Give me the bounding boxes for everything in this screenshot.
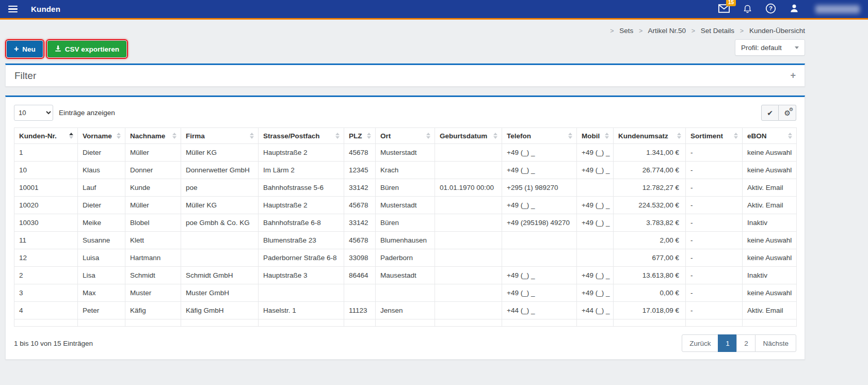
- table-row: 4PeterKäfigKäfig GmbHHaselstr. 111123Jen…: [14, 302, 797, 319]
- cell: Bahnhofstraße 6-8: [259, 214, 344, 232]
- column-header-ort[interactable]: Ort: [376, 128, 435, 144]
- table-row: 3MaxMusterMuster GmbH+49 (_) _+49 (_) _0…: [14, 284, 797, 302]
- cell: Jensen: [376, 302, 435, 319]
- column-header-nachname[interactable]: Nachname: [125, 128, 181, 144]
- cell: +49 (_) _: [502, 197, 577, 214]
- help-button[interactable]: ?: [765, 3, 776, 15]
- column-header-geburtsdatum[interactable]: Geburtsdatum: [435, 128, 502, 144]
- pagination-next-button[interactable]: Nächste: [755, 334, 796, 352]
- column-header-vorname[interactable]: Vorname: [78, 128, 125, 144]
- notifications-button[interactable]: [743, 3, 752, 15]
- cell: +49 (_) _: [502, 162, 577, 179]
- cell: Musterstadt: [376, 197, 435, 214]
- column-header-plz[interactable]: PLZ: [344, 128, 376, 144]
- pagination-page-2[interactable]: 2: [736, 334, 756, 352]
- column-header-telefon[interactable]: Telefon: [502, 128, 577, 144]
- cell: [435, 284, 502, 302]
- cell: Lauf: [78, 179, 125, 197]
- column-label: Vorname: [83, 132, 112, 140]
- breadcrumb-separator: >: [639, 27, 642, 35]
- cell: -: [686, 179, 743, 197]
- question-circle-icon: ?: [765, 3, 776, 15]
- cell: -: [686, 162, 743, 179]
- apply-selection-button[interactable]: ✔: [761, 105, 779, 121]
- menu-icon[interactable]: [8, 6, 18, 13]
- column-header-kunden-nr-[interactable]: Kunden-Nr.: [14, 128, 78, 144]
- svg-text:?: ?: [769, 5, 773, 11]
- sort-arrows-icon: [117, 133, 121, 139]
- messages-button[interactable]: 15: [718, 4, 730, 14]
- filter-expand-icon[interactable]: +: [790, 70, 796, 81]
- highlight-ring-neu: + Neu: [5, 39, 44, 59]
- cell: [435, 267, 502, 284]
- cell: 1: [14, 144, 78, 162]
- column-header-mobil[interactable]: Mobil: [577, 128, 614, 144]
- chevron-down-icon: [795, 46, 799, 49]
- cell: Hartmann: [125, 249, 181, 267]
- cell: +49 (_) _: [577, 214, 614, 232]
- cell: Käfig: [125, 302, 181, 319]
- cell: +49 (_) _: [502, 267, 577, 284]
- new-customer-button[interactable]: + Neu: [7, 41, 43, 57]
- cell: [435, 197, 502, 214]
- column-header-kundenumsatz[interactable]: Kundenumsatz: [614, 128, 686, 144]
- sort-arrows-icon: [677, 133, 681, 139]
- column-header-firma[interactable]: Firma: [181, 128, 259, 144]
- table-row: 10KlausDonnerDonnerwetter GmbHIm Lärm 21…: [14, 162, 797, 179]
- filter-panel: Filter +: [5, 63, 805, 87]
- page-size-select[interactable]: 10: [14, 105, 53, 121]
- column-label: Firma: [186, 132, 205, 140]
- cell: Inaktiv: [743, 267, 797, 284]
- cell: 10020: [14, 197, 78, 214]
- breadcrumb-item-artikel[interactable]: Artikel Nr.50: [648, 27, 686, 35]
- entries-label: Einträge anzeigen: [59, 109, 115, 117]
- cell: 2: [14, 267, 78, 284]
- column-header-ebon[interactable]: eBON: [743, 128, 797, 144]
- user-name-redacted[interactable]: [815, 5, 860, 13]
- mail-count-badge: 15: [726, 0, 736, 6]
- sort-arrows-icon: [605, 133, 609, 139]
- cell: 45678: [344, 197, 376, 214]
- column-label: Ort: [380, 132, 391, 140]
- breadcrumb-item-set-details[interactable]: Set Details: [701, 27, 734, 35]
- column-label: Mobil: [582, 132, 600, 140]
- cell: Im Lärm 2: [259, 162, 344, 179]
- column-header-strasse-postfach[interactable]: Strasse/Postfach: [259, 128, 344, 144]
- navbar-actions: 15 ?: [718, 3, 860, 15]
- cell: keine Auswahl: [743, 284, 797, 302]
- table-tools: ✔ ⚙ ⚙: [761, 105, 796, 121]
- cell: Krach: [376, 162, 435, 179]
- cell: Müller: [125, 144, 181, 162]
- cell: [181, 232, 259, 249]
- column-label: Geburtsdatum: [440, 132, 487, 140]
- cell: Max: [78, 284, 125, 302]
- cell: Klett: [125, 232, 181, 249]
- cell: [502, 249, 577, 267]
- pagination-page-1[interactable]: 1: [718, 334, 737, 352]
- cell: Paderborn: [376, 249, 435, 267]
- column-header-sortiment[interactable]: Sortiment: [686, 128, 743, 144]
- column-settings-button[interactable]: ⚙ ⚙: [779, 105, 796, 121]
- cell: 86464: [344, 267, 376, 284]
- cell: 3: [14, 284, 78, 302]
- cell: keine Auswahl: [743, 249, 797, 267]
- cell: 17.018,09 €: [614, 302, 686, 319]
- cell: Müller KG: [181, 144, 259, 162]
- column-label: Telefon: [507, 132, 531, 140]
- table-row: 10030MeikeBlobelpoe Gmbh & Co. KGBahnhof…: [14, 214, 797, 232]
- customer-table-panel: 10 Einträge anzeigen ✔ ⚙ ⚙ Kunden-Nr.Vor…: [5, 95, 805, 360]
- pagination-prev-button[interactable]: Zurück: [682, 334, 718, 352]
- gear-small-icon: ⚙: [789, 107, 793, 112]
- breadcrumb: > Sets > Artikel Nr.50 > Set Details > K…: [5, 27, 805, 35]
- column-label: Kunden-Nr.: [19, 132, 57, 140]
- cell: +49 (_) _: [577, 284, 614, 302]
- cell: 11: [14, 232, 78, 249]
- sort-arrows-icon: [250, 133, 254, 139]
- breadcrumb-item-sets[interactable]: Sets: [619, 27, 633, 35]
- profile-dropdown[interactable]: Profil: default: [735, 39, 805, 56]
- csv-export-button[interactable]: CSV exportieren: [47, 41, 126, 57]
- account-button[interactable]: [789, 3, 799, 15]
- cell: 677,00 €: [614, 249, 686, 267]
- cell: [181, 249, 259, 267]
- cell: 10030: [14, 214, 78, 232]
